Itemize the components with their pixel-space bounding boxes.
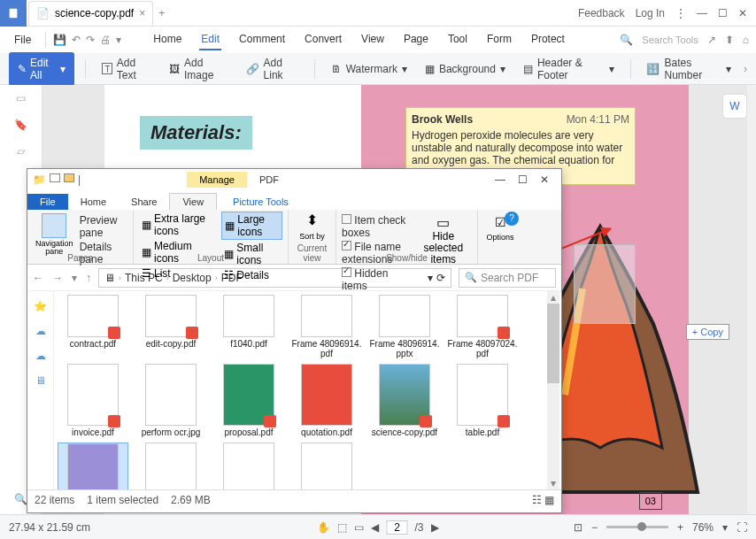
history-chevron[interactable]: ▾ — [72, 272, 77, 284]
this-pc-icon[interactable]: 🖥 — [35, 374, 46, 387]
manage-tab[interactable]: Manage — [187, 172, 247, 188]
watermark-button[interactable]: 🗎Watermark ▾ — [326, 59, 413, 79]
chevron-right-icon[interactable]: › — [744, 63, 747, 75]
tab-edit[interactable]: Edit — [199, 29, 221, 50]
file-item[interactable]: tezos-WN5_7UBc7cw-unsplash.gif — [58, 443, 128, 489]
prev-page-icon[interactable]: ◀ — [371, 521, 379, 534]
tab-protect[interactable]: Protect — [529, 29, 567, 50]
preview-pane[interactable]: Preview pane — [80, 214, 127, 239]
ribbon-picture-tools[interactable]: Picture Tools — [220, 194, 301, 210]
thumbnails-icon[interactable]: ▭ — [16, 92, 26, 104]
hand-tool-icon[interactable]: ✋ — [317, 521, 330, 534]
ribbon-share[interactable]: Share — [119, 194, 169, 210]
file-item[interactable]: quotation.pdf — [291, 364, 362, 437]
redo-icon[interactable]: ↷ — [86, 34, 95, 46]
file-item[interactable]: contract.pdf — [58, 295, 128, 358]
zoom-chevron-icon[interactable]: ▾ — [722, 521, 728, 534]
options-button[interactable]: Options — [486, 233, 513, 242]
add-text-button[interactable]: 🅃Add Text — [96, 53, 157, 85]
file-item[interactable]: Frame 48096914.pptx — [369, 295, 440, 358]
header-footer-button[interactable]: ▤Header & Footer ▾ — [518, 53, 620, 85]
tab-home[interactable]: Home — [151, 29, 183, 50]
minimize-button[interactable]: — — [697, 7, 707, 19]
nav-pane-icon[interactable] — [42, 213, 66, 238]
minimize-button[interactable]: — — [495, 173, 505, 186]
folder-icon[interactable]: 📁 — [33, 173, 46, 186]
login-link[interactable]: Log In — [636, 7, 665, 19]
tab-form[interactable]: Form — [485, 29, 513, 50]
close-button[interactable]: ✕ — [540, 173, 549, 186]
file-item[interactable]: Frame 48096914.pdf — [291, 295, 362, 358]
feedback-link[interactable]: Feedback — [578, 7, 625, 19]
tab-view[interactable]: View — [359, 29, 386, 50]
quick-access-icon[interactable]: ⭐ — [34, 300, 47, 312]
tab-convert[interactable]: Convert — [303, 29, 343, 50]
file-item[interactable]: edit-copy.pdf — [135, 295, 206, 358]
bates-number-button[interactable]: 🔢Bates Number ▾ — [641, 53, 737, 85]
file-item[interactable]: bill.pdf — [213, 443, 284, 489]
hide-selected-icon[interactable]: ▭ — [415, 215, 472, 231]
scrollbar[interactable]: ▴ ▾ — [547, 291, 559, 489]
search-tools[interactable]: Search Tools — [642, 35, 698, 45]
hidden-items[interactable]: Hidden items — [342, 267, 412, 292]
qat-icon[interactable] — [50, 173, 60, 182]
file-item[interactable]: perform ocr.jpg — [135, 364, 206, 437]
file-item[interactable]: time table.pdf — [135, 443, 206, 489]
back-button[interactable]: ← — [33, 272, 43, 284]
layout-lg[interactable]: ▦Large icons — [221, 212, 282, 240]
tab-comment[interactable]: Comment — [237, 29, 287, 50]
add-link-button[interactable]: 🔗Add Link — [241, 53, 304, 85]
file-item[interactable]: Frame 48097024.pdf — [447, 295, 518, 358]
onedrive-icon[interactable]: ☁ — [35, 325, 46, 337]
zoom-slider[interactable] — [606, 526, 668, 528]
qat-icon[interactable] — [64, 173, 74, 182]
search-input[interactable]: 🔍 Search PDF — [459, 268, 556, 288]
layout-list[interactable]: ☰List — [139, 266, 218, 281]
ribbon-file[interactable]: File — [27, 194, 68, 210]
fullscreen-icon[interactable]: ⛶ — [737, 521, 747, 534]
scroll-thumb[interactable] — [547, 304, 559, 383]
file-list[interactable]: contract.pdfedit-copy.pdff1040.pdfFrame … — [54, 291, 561, 489]
kebab-icon[interactable]: ⋮ — [675, 7, 686, 19]
save-icon[interactable]: 💾 — [53, 34, 66, 46]
print-icon[interactable]: 🖨 — [100, 34, 111, 46]
nav-tree[interactable]: ⭐ ☁ ☁ 🖥 — [27, 291, 54, 489]
select-tool-icon[interactable]: ⬚ — [337, 521, 347, 534]
chevron-down-icon[interactable]: ▾ — [116, 34, 121, 46]
help-icon[interactable]: ? — [505, 212, 519, 226]
sort-icon[interactable]: ⬍ — [306, 212, 318, 228]
view-mode-icons[interactable]: ☷ ▦ — [532, 494, 554, 506]
file-item[interactable]: invoice.pdf — [58, 364, 128, 437]
file-item[interactable]: f1040.pdf — [213, 295, 284, 358]
undo-icon[interactable]: ↶ — [72, 34, 81, 46]
close-button[interactable]: ✕ — [738, 7, 747, 19]
onedrive-icon[interactable]: ☁ — [35, 350, 46, 362]
add-image-button[interactable]: 🖼Add Image — [164, 53, 234, 85]
file-item[interactable]: proposal.pdf — [213, 364, 284, 437]
zoom-out-icon[interactable]: − — [591, 521, 598, 534]
page-input[interactable] — [386, 520, 407, 535]
document-tab[interactable]: 📄 science-copy.pdf × — [28, 1, 153, 26]
background-button[interactable]: ▦Background ▾ — [420, 59, 511, 79]
view-mode-icon[interactable]: ▭ — [354, 521, 364, 534]
layout-xl[interactable]: ▦Extra large icons — [139, 212, 218, 238]
ribbon-home[interactable]: Home — [68, 194, 119, 210]
forward-button[interactable]: → — [52, 272, 63, 284]
next-page-icon[interactable]: ▶ — [431, 521, 439, 534]
file-item[interactable]: bill(English).pdf — [291, 443, 362, 489]
maximize-button[interactable]: ☐ — [518, 173, 528, 186]
file-menu[interactable]: File — [7, 30, 38, 50]
ribbon-view[interactable]: View — [169, 193, 217, 210]
add-tab-button[interactable]: + — [153, 7, 170, 19]
layout-details[interactable]: ☷Details — [221, 268, 282, 282]
share-icon[interactable]: ↗ — [707, 34, 716, 46]
sort-by[interactable]: Sort by — [299, 232, 325, 241]
cloud-icon[interactable]: ⬆ — [725, 34, 734, 46]
up-button[interactable]: ↑ — [86, 272, 91, 284]
fit-icon[interactable]: ⊡ — [574, 521, 582, 534]
search-icon[interactable]: 🔍 — [14, 493, 27, 505]
tab-page[interactable]: Page — [402, 29, 430, 50]
close-tab-icon[interactable]: × — [139, 7, 145, 19]
file-item[interactable]: science-copy.pdf — [369, 364, 440, 437]
scroll-up-icon[interactable]: ▴ — [547, 291, 559, 304]
